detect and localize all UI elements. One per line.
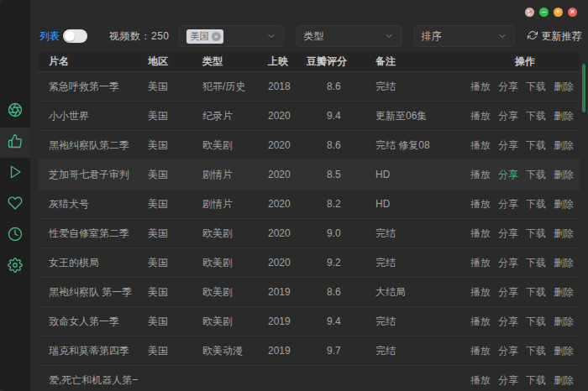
action-play[interactable]: 播放 bbox=[470, 373, 491, 388]
cell-title: 灰猎犬号 bbox=[39, 197, 138, 211]
cell-rating: 9.4 bbox=[297, 315, 365, 327]
theme-button[interactable] bbox=[525, 8, 534, 17]
region-select[interactable]: 美国 × bbox=[179, 25, 284, 47]
action-delete[interactable]: 删除 bbox=[554, 285, 574, 300]
col-year: 上映 bbox=[258, 55, 297, 69]
action-play[interactable]: 播放 bbox=[470, 315, 491, 329]
sidebar-item-favorites[interactable] bbox=[0, 190, 30, 220]
refresh-icon bbox=[528, 30, 538, 43]
cell-year: 2018 bbox=[258, 81, 297, 92]
action-download[interactable]: 下载 bbox=[526, 344, 546, 358]
table-row: 瑞克和莫蒂第四季美国欧美动漫20199.7完结播放分享下载删除 bbox=[39, 336, 580, 366]
clock-icon bbox=[8, 227, 23, 245]
cell-year: 2019 bbox=[258, 315, 297, 327]
heart-icon bbox=[8, 196, 23, 214]
action-share[interactable]: 分享 bbox=[498, 168, 518, 182]
action-play[interactable]: 播放 bbox=[470, 344, 491, 358]
action-share[interactable]: 分享 bbox=[498, 227, 518, 241]
action-download[interactable]: 下载 bbox=[526, 109, 546, 123]
action-play[interactable]: 播放 bbox=[470, 285, 491, 300]
sidebar-item-history[interactable] bbox=[0, 221, 30, 251]
action-play[interactable]: 播放 bbox=[470, 168, 491, 182]
action-download[interactable]: 下载 bbox=[526, 373, 546, 388]
action-download[interactable]: 下载 bbox=[526, 197, 546, 211]
cell-rating: 8.6 bbox=[297, 81, 365, 92]
action-delete[interactable]: 删除 bbox=[554, 168, 574, 182]
region-tag-label: 美国 bbox=[191, 30, 209, 43]
cell-region: 美国 bbox=[138, 197, 192, 211]
close-button[interactable]: × bbox=[568, 8, 577, 17]
cell-note: HD bbox=[365, 169, 470, 180]
action-play[interactable]: 播放 bbox=[470, 197, 491, 211]
action-share[interactable]: 分享 bbox=[498, 373, 518, 388]
action-share[interactable]: 分享 bbox=[498, 197, 518, 211]
action-share[interactable]: 分享 bbox=[498, 109, 518, 123]
sidebar-item-recommend[interactable] bbox=[0, 128, 30, 158]
col-region: 地区 bbox=[138, 55, 192, 69]
action-download[interactable]: 下载 bbox=[526, 256, 546, 270]
action-share[interactable]: 分享 bbox=[498, 138, 518, 153]
action-share[interactable]: 分享 bbox=[498, 256, 518, 270]
row-actions: 播放分享下载删除 bbox=[470, 197, 580, 211]
chevron-down-icon bbox=[384, 31, 394, 41]
table-body: 紧急呼救第一季美国犯罪/历史20188.6完结播放分享下载删除小小世界美国纪录片… bbox=[39, 72, 580, 391]
col-title: 片名 bbox=[39, 55, 138, 69]
sidebar bbox=[0, 0, 30, 391]
action-delete[interactable]: 删除 bbox=[554, 80, 574, 94]
maximize-button[interactable]: + bbox=[554, 8, 563, 17]
action-play[interactable]: 播放 bbox=[470, 80, 491, 94]
refresh-recommend-button[interactable]: 更新推荐 bbox=[528, 29, 582, 44]
action-delete[interactable]: 删除 bbox=[554, 373, 574, 388]
action-download[interactable]: 下载 bbox=[526, 315, 546, 329]
sort-select[interactable]: 排序 bbox=[414, 25, 515, 47]
row-actions: 播放分享下载删除 bbox=[470, 315, 580, 329]
thumbs-up-icon bbox=[8, 133, 23, 152]
action-play[interactable]: 播放 bbox=[470, 256, 491, 270]
action-download[interactable]: 下载 bbox=[526, 285, 546, 300]
cell-genre: 欧美剧 bbox=[192, 227, 258, 241]
action-play[interactable]: 播放 bbox=[470, 227, 491, 241]
action-download[interactable]: 下载 bbox=[526, 168, 546, 182]
cell-year: 2020 bbox=[258, 110, 297, 122]
table-row: 女王的棋局美国欧美剧20209.2完结播放分享下载删除 bbox=[39, 248, 580, 278]
table-row: 性爱自修室第二季美国欧美剧20209.0完结播放分享下载删除 bbox=[39, 219, 580, 248]
sidebar-item-player[interactable] bbox=[0, 159, 30, 189]
cell-genre: 剧情片 bbox=[192, 197, 258, 211]
action-share[interactable]: 分享 bbox=[498, 80, 518, 94]
table-row: 灰猎犬号美国剧情片20208.2HD播放分享下载删除 bbox=[39, 190, 580, 219]
action-share[interactable]: 分享 bbox=[498, 315, 518, 329]
action-delete[interactable]: 删除 bbox=[554, 197, 574, 211]
scrollbar-thumb[interactable] bbox=[582, 64, 585, 112]
col-actions: 操作 bbox=[470, 55, 580, 69]
tag-remove-icon[interactable]: × bbox=[212, 32, 221, 41]
cell-genre: 犯罪/历史 bbox=[192, 80, 258, 94]
action-play[interactable]: 播放 bbox=[470, 138, 491, 153]
action-download[interactable]: 下载 bbox=[526, 227, 546, 241]
cell-title: 瑞克和莫蒂第四季 bbox=[39, 344, 138, 358]
cell-title: 芝加哥七君子审判 bbox=[39, 168, 138, 182]
minimize-button[interactable]: – bbox=[539, 8, 549, 17]
action-share[interactable]: 分享 bbox=[498, 344, 518, 358]
type-select[interactable]: 类型 bbox=[297, 25, 402, 47]
cell-title: 女王的棋局 bbox=[39, 256, 138, 270]
action-delete[interactable]: 删除 bbox=[554, 109, 574, 123]
sidebar-item-settings[interactable] bbox=[0, 252, 30, 282]
list-view-toggle[interactable] bbox=[63, 29, 87, 43]
video-count-label: 视频数：250 bbox=[109, 29, 170, 44]
action-download[interactable]: 下载 bbox=[526, 80, 546, 94]
type-select-placeholder: 类型 bbox=[304, 29, 324, 44]
chevron-down-icon bbox=[497, 31, 507, 41]
cell-note: 完结 bbox=[365, 227, 470, 241]
row-actions: 播放分享下载删除 bbox=[470, 373, 580, 388]
action-delete[interactable]: 删除 bbox=[554, 138, 574, 153]
cell-title: 爱,死亡和机器人第一季 bbox=[39, 373, 138, 388]
action-play[interactable]: 播放 bbox=[470, 109, 491, 123]
action-share[interactable]: 分享 bbox=[498, 285, 518, 300]
action-download[interactable]: 下载 bbox=[526, 138, 546, 153]
action-delete[interactable]: 删除 bbox=[554, 344, 574, 358]
cell-title: 黑袍纠察队第二季 bbox=[39, 138, 138, 153]
action-delete[interactable]: 删除 bbox=[554, 315, 574, 329]
sidebar-item-discover[interactable] bbox=[0, 96, 30, 127]
action-delete[interactable]: 删除 bbox=[554, 227, 574, 241]
action-delete[interactable]: 删除 bbox=[554, 256, 574, 270]
